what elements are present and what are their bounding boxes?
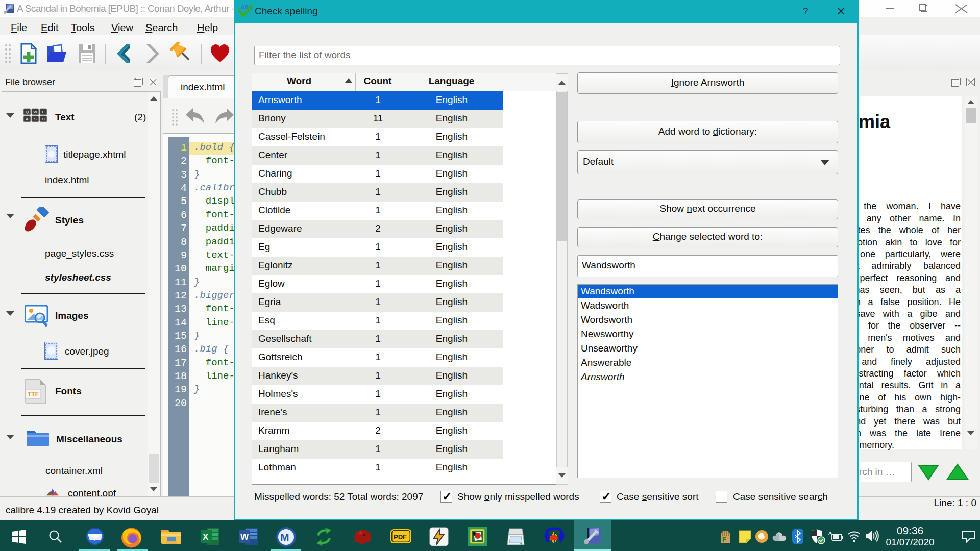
svg-text:S: S	[34, 117, 36, 121]
svg-text:TTF: TTF	[28, 391, 39, 398]
svg-text:W: W	[33, 110, 37, 114]
svg-text:E: E	[42, 110, 44, 114]
svg-text:F: F	[722, 536, 726, 543]
svg-text:Q: Q	[26, 110, 29, 114]
svg-text:A: A	[26, 117, 29, 121]
svg-text:W: W	[240, 532, 249, 542]
svg-text:X: X	[203, 532, 209, 542]
svg-text:D: D	[42, 117, 45, 121]
svg-text:M: M	[280, 531, 289, 543]
svg-text:PDF: PDF	[394, 533, 407, 541]
